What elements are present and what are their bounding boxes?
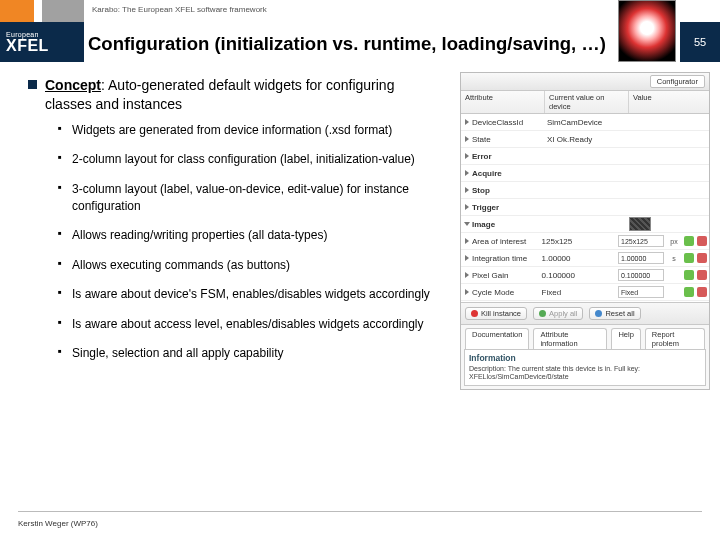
disclosure-triangle-icon[interactable] bbox=[465, 255, 469, 261]
value-input[interactable]: 1.00000 bbox=[618, 252, 664, 264]
topbar-label: Karabo: The European XFEL software frame… bbox=[92, 5, 267, 14]
check-icon[interactable] bbox=[684, 287, 694, 297]
tab-configurator[interactable]: Configurator bbox=[650, 75, 705, 88]
cancel-icon[interactable] bbox=[697, 253, 707, 263]
disclosure-triangle-icon[interactable] bbox=[465, 119, 469, 125]
configurator-panel: Configurator Attribute Current value on … bbox=[460, 72, 710, 390]
info-box: Information Description: The current sta… bbox=[464, 349, 706, 387]
tab-report-problem[interactable]: Report problem bbox=[645, 328, 705, 349]
attr-label: State bbox=[472, 135, 491, 144]
concept-lead: Concept bbox=[45, 77, 101, 93]
page-number: 55 bbox=[680, 22, 720, 62]
attr-label: DeviceClassId bbox=[472, 118, 523, 127]
kill-instance-button[interactable]: Kill instance bbox=[465, 307, 527, 320]
current-value: SimCamDevice bbox=[545, 118, 629, 127]
attr-label: Pixel Gain bbox=[472, 271, 508, 280]
content-area: Concept: Auto-generated default widgets … bbox=[28, 76, 440, 374]
list-item: Allows reading/writing properties (all d… bbox=[58, 227, 440, 244]
attr-label: Image bbox=[472, 220, 495, 229]
disclosure-triangle-icon[interactable] bbox=[465, 272, 469, 278]
topbar: Karabo: The European XFEL software frame… bbox=[0, 0, 720, 22]
table-row[interactable]: Acquire bbox=[461, 165, 709, 182]
list-item: Is aware about access level, enables/dis… bbox=[58, 316, 440, 333]
tab-documentation[interactable]: Documentation bbox=[465, 328, 529, 349]
table-row[interactable]: Image bbox=[461, 216, 709, 233]
disclosure-triangle-icon[interactable] bbox=[465, 153, 469, 159]
panel-tab-strip: Configurator bbox=[461, 73, 709, 91]
list-item: Is aware about device's FSM, enables/dis… bbox=[58, 286, 440, 303]
panel-column-headers: Attribute Current value on device Value bbox=[461, 91, 709, 114]
image-thumbnail bbox=[629, 217, 651, 231]
list-item: Allows executing commands (as buttons) bbox=[58, 257, 440, 274]
table-row[interactable]: Cycle ModeFixedFixed bbox=[461, 284, 709, 301]
disclosure-triangle-icon[interactable] bbox=[465, 170, 469, 176]
apply-all-button[interactable]: Apply all bbox=[533, 307, 583, 320]
value-cell: Fixed bbox=[618, 286, 709, 298]
check-icon bbox=[539, 310, 546, 317]
stop-icon bbox=[471, 310, 478, 317]
value-cell: 1.00000s bbox=[618, 252, 709, 264]
concept-row: Concept: Auto-generated default widgets … bbox=[28, 76, 440, 114]
table-row[interactable]: Error bbox=[461, 148, 709, 165]
panel-button-bar: Kill instance Apply all Reset all bbox=[461, 302, 709, 324]
value-cell bbox=[629, 217, 709, 231]
tab-help[interactable]: Help bbox=[611, 328, 640, 349]
apply-all-label: Apply all bbox=[549, 309, 577, 318]
list-item: Single, selection and all apply capabili… bbox=[58, 345, 440, 362]
cancel-icon[interactable] bbox=[697, 270, 707, 280]
table-row[interactable]: Area of interest125x125125x125px bbox=[461, 233, 709, 250]
cancel-icon[interactable] bbox=[697, 236, 707, 246]
disclosure-triangle-icon[interactable] bbox=[465, 289, 469, 295]
panel-rows: DeviceClassIdSimCamDeviceStateXI Ok.Read… bbox=[461, 114, 709, 302]
square-bullet-icon bbox=[28, 80, 37, 89]
reset-all-button[interactable]: Reset all bbox=[589, 307, 640, 320]
footer-author: Kerstin Weger (WP76) bbox=[18, 519, 98, 528]
list-item: 3-column layout (label, value-on-device,… bbox=[58, 181, 440, 216]
value-cell: 125x125px bbox=[618, 235, 709, 247]
disclosure-triangle-icon[interactable] bbox=[464, 222, 470, 226]
col-current-value: Current value on device bbox=[545, 91, 629, 113]
check-icon[interactable] bbox=[684, 253, 694, 263]
doc-tabs: Documentation Attribute information Help… bbox=[461, 325, 709, 349]
attr-label: Stop bbox=[472, 186, 490, 195]
check-icon[interactable] bbox=[684, 270, 694, 280]
footer-divider bbox=[18, 511, 702, 512]
attr-label: Trigger bbox=[472, 203, 499, 212]
xfel-logo: European XFEL bbox=[0, 22, 84, 62]
tab-attr-info[interactable]: Attribute information bbox=[533, 328, 607, 349]
table-row[interactable]: StateXI Ok.Ready bbox=[461, 131, 709, 148]
disclosure-triangle-icon[interactable] bbox=[465, 136, 469, 142]
disclosure-triangle-icon[interactable] bbox=[465, 238, 469, 244]
col-value: Value bbox=[629, 91, 709, 113]
table-row[interactable]: DeviceClassIdSimCamDevice bbox=[461, 114, 709, 131]
value-input[interactable]: 0.100000 bbox=[618, 269, 664, 281]
reset-icon bbox=[595, 310, 602, 317]
logo-line2: XFEL bbox=[6, 38, 84, 54]
disclosure-triangle-icon[interactable] bbox=[465, 187, 469, 193]
table-row[interactable]: Trigger bbox=[461, 199, 709, 216]
concept-text: Concept: Auto-generated default widgets … bbox=[45, 76, 440, 114]
attr-label: Cycle Mode bbox=[472, 288, 514, 297]
cancel-icon[interactable] bbox=[697, 287, 707, 297]
table-row[interactable]: Stop bbox=[461, 182, 709, 199]
attr-label: Area of interest bbox=[472, 237, 526, 246]
attr-label: Integration time bbox=[472, 254, 527, 263]
current-value: XI Ok.Ready bbox=[545, 135, 629, 144]
attr-label: Error bbox=[472, 152, 492, 161]
col-attribute: Attribute bbox=[461, 91, 545, 113]
current-value: Fixed bbox=[540, 288, 618, 297]
value-input[interactable]: Fixed bbox=[618, 286, 664, 298]
current-value: 125x125 bbox=[540, 237, 618, 246]
table-row[interactable]: Pixel Gain0.1000000.100000 bbox=[461, 267, 709, 284]
disclosure-triangle-icon[interactable] bbox=[465, 204, 469, 210]
current-value: 0.100000 bbox=[540, 271, 618, 280]
unit-label: px bbox=[667, 238, 681, 245]
value-cell: 0.100000 bbox=[618, 269, 709, 281]
check-icon[interactable] bbox=[684, 236, 694, 246]
value-input[interactable]: 125x125 bbox=[618, 235, 664, 247]
list-item: Widgets are generated from device inform… bbox=[58, 122, 440, 139]
table-row[interactable]: Integration time1.000001.00000s bbox=[461, 250, 709, 267]
title-row: Configuration (initialization vs. runtim… bbox=[88, 30, 672, 58]
unit-label: s bbox=[667, 255, 681, 262]
slide-title: Configuration (initialization vs. runtim… bbox=[88, 33, 606, 55]
